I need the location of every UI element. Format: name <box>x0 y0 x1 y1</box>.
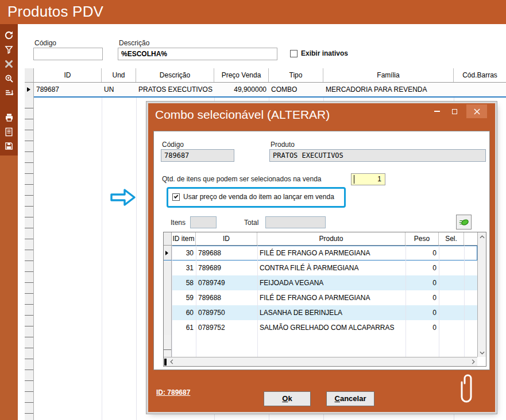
grid-header-codbarras[interactable]: Cód.Barras <box>454 68 506 82</box>
qtd-input[interactable]: 1 <box>351 173 385 185</box>
cell-id: 0789750 <box>196 305 257 320</box>
row-indicator <box>164 305 172 320</box>
maximize-button[interactable] <box>446 104 463 118</box>
printer-icon <box>5 113 14 122</box>
clear-values-button[interactable] <box>456 215 472 230</box>
close-icon <box>474 108 480 115</box>
cancel-button[interactable]: Cancelar <box>326 391 374 406</box>
search-button[interactable] <box>2 71 16 85</box>
list-item[interactable]: 31 789689 CONTRA FILÉ À PARMEGIANA 0 <box>164 260 477 275</box>
grid-header-tipo[interactable]: Tipo <box>269 68 323 82</box>
cell-und: UN <box>102 83 136 96</box>
cell-id: 789688 <box>196 290 257 305</box>
cell-sel <box>439 246 464 260</box>
itens-field <box>190 216 217 228</box>
list-item[interactable]: 30 789688 FILÉ DE FRANGO A PARMEGIANA 0 <box>164 246 477 260</box>
close-button[interactable] <box>466 104 487 118</box>
cell-peso: 0 <box>405 246 439 260</box>
cell-id-item: 31 <box>172 260 196 275</box>
vertical-scrollbar[interactable] <box>477 232 486 357</box>
filter-button[interactable] <box>2 42 16 57</box>
cell-id: 789688 <box>196 246 257 260</box>
grid-indicator-header <box>25 68 34 83</box>
items-header-id-item[interactable]: ID item <box>172 232 196 245</box>
list-item[interactable]: 60 0789750 LASANHA DE BERINJELA 0 <box>164 305 477 320</box>
dialog-codigo-field[interactable]: 789687 <box>161 149 234 162</box>
qtd-value: 1 <box>377 175 381 183</box>
scroll-down-icon[interactable] <box>479 349 485 356</box>
ok-label: Ok <box>264 392 310 406</box>
cell-sel <box>439 275 464 290</box>
cell-id-item: 60 <box>172 305 196 320</box>
cell-sel <box>439 305 464 320</box>
cell-peso: 0 <box>405 290 439 305</box>
cell-produto: FILÉ DE FRANGO A PARMEGIANA <box>257 246 405 260</box>
grid-empty-rows-indicator <box>25 98 34 420</box>
record-id-link[interactable]: ID: 789687 <box>156 388 190 396</box>
save-button[interactable] <box>2 139 16 153</box>
scroll-right-icon[interactable] <box>470 359 476 365</box>
combo-dialog: Combo selecionável (ALTERAR) Código 7896… <box>148 103 495 412</box>
clear-filter-button[interactable] <box>2 57 16 71</box>
table-row[interactable]: 789687 UN PRATOS EXECUTIVOS 49,900000 CO… <box>25 83 506 98</box>
descricao-filter-input[interactable]: %ESCOLHA% <box>118 48 277 60</box>
exibir-inativos-checkbox[interactable]: Exibir inativos <box>290 49 348 57</box>
exibir-inativos-label: Exibir inativos <box>301 49 348 57</box>
row-marker-icon <box>165 251 168 255</box>
dialog-panel: Código 789687 Produto PRATOS EXECUTIVOS … <box>153 131 490 370</box>
grid-header-descricao[interactable]: Descrição <box>136 68 214 82</box>
items-column-line <box>464 246 465 357</box>
minimize-button[interactable] <box>428 104 446 118</box>
usar-preco-checkbox[interactable]: Usar preço de venda do item ao lançar em… <box>172 193 334 201</box>
total-label: Total <box>244 219 258 227</box>
grid-header-familia[interactable]: Família <box>323 68 454 82</box>
checkbox-checked-icon <box>172 193 180 201</box>
descricao-filter-label: Descrição <box>119 39 149 47</box>
horizontal-scrollbar[interactable] <box>164 357 477 366</box>
cell-id-item: 58 <box>172 275 196 290</box>
cell-produto: LASANHA DE BERINJELA <box>257 305 405 320</box>
refresh-button[interactable] <box>2 28 16 42</box>
items-header-indicator <box>164 232 172 245</box>
scroll-left-icon[interactable] <box>168 359 175 365</box>
grid-header-id[interactable]: ID <box>34 68 102 82</box>
itens-label: Itens <box>171 219 186 227</box>
print-button[interactable] <box>2 110 16 125</box>
save-icon <box>5 142 13 150</box>
sort-button[interactable] <box>2 85 16 100</box>
list-item[interactable]: 59 789688 FILÉ DE FRANGO A PARMEGIANA 0 <box>164 290 477 305</box>
report-icon <box>5 127 13 137</box>
list-item[interactable]: 61 0789752 SALMÃO GRELHADO COM ALCAPARRA… <box>164 320 477 335</box>
filter-icon <box>5 45 13 54</box>
grid-header-und[interactable]: Und <box>102 68 136 82</box>
maximize-icon <box>452 109 457 114</box>
cell-id-item: 59 <box>172 290 196 305</box>
cell-id: 0789752 <box>196 320 257 335</box>
cell-peso: 0 <box>405 320 439 335</box>
report-button[interactable] <box>2 125 16 139</box>
items-header-id[interactable]: ID <box>196 232 257 245</box>
items-column-line <box>439 246 439 357</box>
row-marker-icon <box>27 87 30 92</box>
codigo-filter-input[interactable] <box>33 48 103 60</box>
scroll-up-icon[interactable] <box>479 234 485 240</box>
cell-id-item: 61 <box>172 320 196 335</box>
cell-descricao: PRATOS EXECUTIVOS <box>136 83 214 96</box>
cell-codbarras <box>454 83 506 96</box>
grid-column-line <box>102 68 102 420</box>
highlight-arrow-icon <box>110 188 136 209</box>
row-indicator <box>164 260 172 275</box>
grid-header-preco[interactable]: Preço Venda <box>214 68 269 82</box>
list-item[interactable]: 58 0789749 FEIJOADA VEGANA 0 <box>164 275 477 290</box>
checkbox-unchecked-icon <box>290 50 298 57</box>
items-header-produto[interactable]: Produto <box>257 232 405 245</box>
app-window: Produtos PDV Código Descrição %ESCO <box>0 0 506 420</box>
ok-button[interactable]: Ok <box>264 391 311 406</box>
dialog-produto-field[interactable]: PRATOS EXECUTIVOS <box>269 149 486 162</box>
text-caret <box>354 175 354 184</box>
check-icon <box>174 194 179 199</box>
items-header-peso[interactable]: Peso <box>405 232 439 245</box>
grid-column-line <box>136 68 137 420</box>
items-header-sel[interactable]: Sel. <box>439 232 464 245</box>
cell-sel <box>439 290 464 305</box>
